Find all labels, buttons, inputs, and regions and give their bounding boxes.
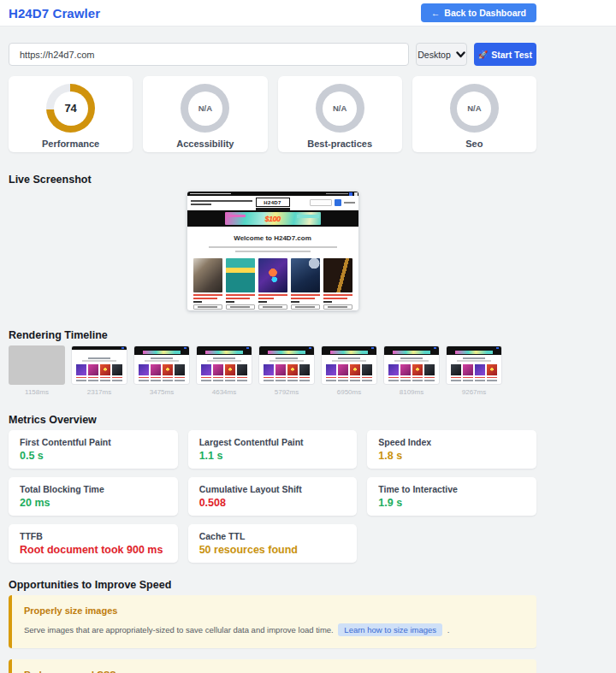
preview-product-cards xyxy=(187,258,358,310)
metric-value: 1.1 s xyxy=(199,450,346,462)
metric-value: Root document took 900 ms xyxy=(20,544,167,556)
timeline-frame-thumbnail xyxy=(71,345,127,385)
metric-card-cache-ttl: Cache TTL 50 resources found xyxy=(188,524,358,563)
timeline-frame: 1158ms xyxy=(9,345,65,396)
score-card-seo: N/A Seo xyxy=(412,76,536,152)
rocket-icon: 🚀 xyxy=(478,50,488,59)
metric-value: 20 ms xyxy=(20,497,167,509)
score-card-accessibility: N/A Accessibility xyxy=(143,76,267,152)
best-practices-gauge: N/A xyxy=(316,84,364,133)
live-screenshot-preview: H24D7 $100 Welcome to H24D7.com xyxy=(187,192,358,310)
metric-value: 1.9 s xyxy=(378,497,525,509)
opportunity-heading: Reduce unused CSS xyxy=(24,670,524,673)
best-practices-score-label: Best-practices xyxy=(307,139,372,149)
metric-card-first-contentful-paint: First Contentful Paint 0.5 s xyxy=(9,430,178,469)
metric-label: Speed Index xyxy=(378,437,525,447)
device-select[interactable]: Desktop xyxy=(416,43,467,66)
performance-score-value: 74 xyxy=(64,102,76,115)
opportunity-suffix: . xyxy=(447,625,450,635)
preview-nav-links xyxy=(191,200,258,205)
back-to-dashboard-button[interactable]: ← Back to Dashboard xyxy=(421,3,536,22)
opportunity-body: Serve images that are appropriately-size… xyxy=(24,623,524,637)
timeline-frame: 8109ms xyxy=(383,345,440,396)
start-test-label: Start Test xyxy=(491,50,532,60)
timeline-frame-thumbnail xyxy=(9,345,65,385)
rendering-timeline-title: Rendering Timeline xyxy=(9,329,536,341)
performance-score-label: Performance xyxy=(42,139,99,149)
best-practices-score-value: N/A xyxy=(333,103,346,113)
timeline-frame: 9267ms xyxy=(446,345,502,396)
preview-language-select xyxy=(344,202,355,204)
metric-label: Largest Contentful Paint xyxy=(199,437,346,447)
url-input[interactable] xyxy=(9,43,409,66)
timeline-frame-time: 4634ms xyxy=(212,388,236,396)
opportunity-description: Serve images that are appropriately-size… xyxy=(24,625,334,635)
metric-label: Total Blocking Time xyxy=(20,484,167,494)
preview-nav-right xyxy=(310,199,355,206)
metric-card-speed-index: Speed Index 1.8 s xyxy=(367,430,536,469)
chevron-down-icon xyxy=(456,51,465,58)
preview-banner-text: $100 xyxy=(264,215,280,223)
timeline-frame: 3475ms xyxy=(133,345,190,396)
timeline-frame-time: 1158ms xyxy=(25,388,49,396)
accessibility-score-value: N/A xyxy=(198,103,212,113)
metric-card-largest-contentful-paint: Largest Contentful Paint 1.1 s xyxy=(188,430,358,469)
metric-label: TTFB xyxy=(20,531,167,541)
live-screenshot-title: Live Screenshot xyxy=(9,174,536,186)
metric-value: 0.5 s xyxy=(20,450,167,462)
timeline-frame-time: 2317ms xyxy=(87,388,111,396)
rendering-timeline-row: 1158ms 2317ms 3475ms xyxy=(9,345,536,396)
metrics-grid: First Contentful Paint 0.5 s Largest Con… xyxy=(9,430,536,563)
app-header: H24D7 Crawler ← Back to Dashboard xyxy=(0,0,616,27)
timeline-frame-time: 9267ms xyxy=(462,388,486,396)
opportunities-list: Properly size images Serve images that a… xyxy=(9,595,536,673)
metric-value: 0.508 xyxy=(199,497,346,509)
preview-search-button xyxy=(335,199,341,206)
metric-label: Time to Interactive xyxy=(378,484,525,494)
opportunities-title: Opportunities to Improve Speed xyxy=(9,579,536,591)
page-title: H24D7 Crawler xyxy=(9,6,100,21)
timeline-frame-thumbnail xyxy=(133,345,190,385)
timeline-frame-time: 8109ms xyxy=(400,388,424,396)
opportunity-properly-size-images: Properly size images Serve images that a… xyxy=(9,595,536,648)
metric-card-ttfb: TTFB Root document took 900 ms xyxy=(9,524,178,563)
learn-how-to-size-images-button[interactable]: Learn how to size images xyxy=(338,623,442,636)
metric-card-cumulative-layout-shift: Cumulative Layout Shift 0.508 xyxy=(188,477,358,516)
seo-score-label: Seo xyxy=(465,139,483,149)
metric-card-time-to-interactive: Time to Interactive 1.9 s xyxy=(367,477,536,516)
score-cards-row: 74 Performance N/A Accessibility N/A Bes… xyxy=(9,76,536,152)
timeline-frame-time: 3475ms xyxy=(150,388,174,396)
metric-label: Cumulative Layout Shift xyxy=(199,484,346,494)
metric-value: 1.8 s xyxy=(378,450,525,462)
opportunity-heading: Properly size images xyxy=(24,605,524,616)
device-select-value: Desktop xyxy=(418,50,451,60)
back-arrow-icon: ← xyxy=(431,8,441,18)
score-card-best-practices: N/A Best-practices xyxy=(278,76,402,152)
timeline-frame: 2317ms xyxy=(71,345,127,396)
timeline-frame-thumbnail xyxy=(196,345,252,385)
metric-label: Cache TTL xyxy=(199,531,346,541)
accessibility-gauge: N/A xyxy=(181,84,229,133)
timeline-frame-time: 5792ms xyxy=(275,388,299,396)
performance-gauge: 74 xyxy=(46,84,95,133)
preview-site-heading: Welcome to H24D7.com xyxy=(187,234,358,242)
start-test-button[interactable]: 🚀 Start Test xyxy=(474,43,536,66)
preview-search-box xyxy=(310,199,332,206)
preview-banner-strip: $100 xyxy=(187,210,358,227)
metric-value: 50 resources found xyxy=(199,544,346,556)
metric-label: First Contentful Paint xyxy=(20,437,167,447)
score-card-performance: 74 Performance xyxy=(9,76,133,152)
preview-site-logo: H24D7 xyxy=(256,198,290,210)
timeline-frame-thumbnail xyxy=(321,345,377,385)
metrics-overview-title: Metrics Overview xyxy=(9,414,536,426)
test-bar: Desktop 🚀 Start Test xyxy=(9,43,536,66)
timeline-frame-thumbnail xyxy=(383,345,440,385)
timeline-frame: 4634ms xyxy=(196,345,252,396)
accessibility-score-label: Accessibility xyxy=(176,139,234,149)
timeline-frame-thumbnail xyxy=(446,345,502,385)
seo-score-value: N/A xyxy=(467,103,481,113)
metric-card-total-blocking-time: Total Blocking Time 20 ms xyxy=(9,477,178,516)
preview-navbar: H24D7 xyxy=(187,196,358,210)
timeline-frame-time: 6950ms xyxy=(337,388,361,396)
opportunity-reduce-unused-css: Reduce unused CSS Reduce unused rules fr… xyxy=(9,659,536,673)
